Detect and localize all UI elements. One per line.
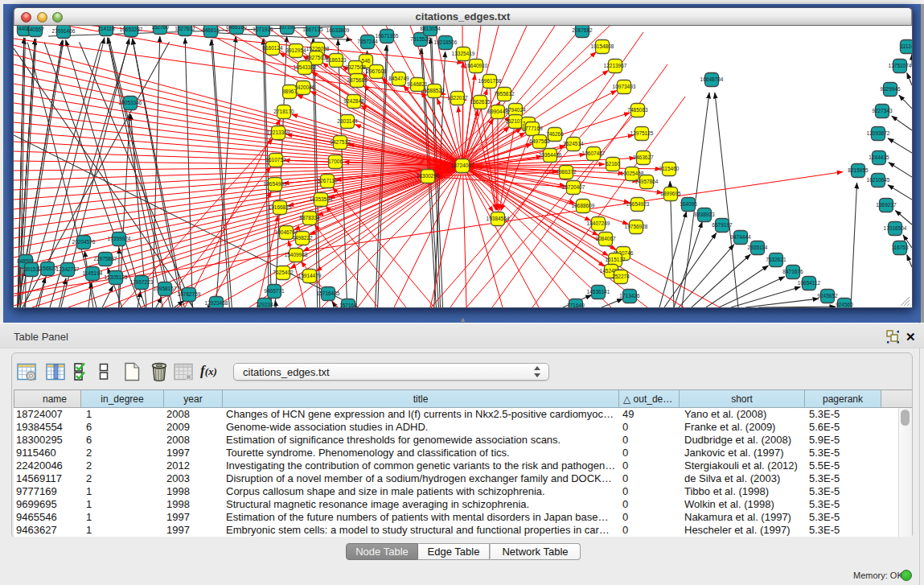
- svg-text:440557: 440557: [27, 27, 44, 32]
- svg-text:17957223: 17957223: [130, 279, 154, 285]
- svg-text:8938923: 8938923: [694, 212, 715, 217]
- svg-text:13325419: 13325419: [452, 51, 475, 56]
- svg-text:18724007: 18724007: [451, 163, 474, 168]
- svg-text:107191: 107191: [278, 26, 296, 30]
- svg-text:17016504: 17016504: [884, 225, 907, 231]
- svg-text:19756928: 19756928: [625, 224, 648, 229]
- svg-text:10607487: 10607487: [582, 150, 606, 156]
- svg-text:1362615: 1362615: [470, 99, 491, 105]
- svg-text:6497568: 6497568: [529, 138, 550, 144]
- svg-text:19384554: 19384554: [487, 216, 510, 221]
- svg-text:98967: 98967: [282, 89, 297, 94]
- svg-text:8454749: 8454749: [388, 76, 409, 81]
- svg-text:10046764: 10046764: [275, 229, 298, 235]
- svg-text:8878334: 8878334: [299, 215, 320, 220]
- svg-text:20204576: 20204576: [72, 239, 96, 245]
- svg-text:8813054: 8813054: [420, 26, 441, 31]
- svg-text:1322017: 1322017: [447, 95, 468, 101]
- svg-text:10543382: 10543382: [294, 64, 317, 70]
- svg-text:7625402: 7625402: [273, 270, 294, 275]
- svg-text:16671355: 16671355: [376, 33, 399, 39]
- svg-text:15720407: 15720407: [562, 184, 585, 190]
- svg-text:3912954: 3912954: [285, 47, 306, 53]
- svg-text:9227343: 9227343: [872, 108, 893, 113]
- svg-text:16640910: 16640910: [465, 63, 488, 68]
- svg-text:19166825: 19166825: [269, 204, 292, 210]
- svg-text:10958157: 10958157: [154, 286, 177, 291]
- svg-text:12975125: 12975125: [630, 130, 654, 136]
- svg-text:15914479: 15914479: [298, 273, 322, 278]
- svg-text:6794024: 6794024: [505, 107, 526, 113]
- svg-text:2718170: 2718170: [273, 109, 294, 114]
- svg-text:22975887: 22975887: [94, 256, 117, 262]
- svg-text:12923468: 12923468: [205, 300, 228, 306]
- svg-text:214118: 214118: [97, 26, 115, 31]
- svg-text:6466160: 6466160: [226, 26, 247, 30]
- svg-text:8186323: 8186323: [326, 57, 347, 63]
- svg-text:10154808: 10154808: [591, 43, 614, 49]
- svg-text:12213967: 12213967: [604, 63, 627, 68]
- svg-text:10653287: 10653287: [120, 27, 143, 32]
- svg-text:15716485: 15716485: [317, 290, 340, 296]
- svg-text:9427512: 9427512: [330, 139, 351, 145]
- svg-text:11124: 11124: [900, 43, 912, 49]
- svg-text:16961758: 16961758: [478, 78, 502, 84]
- svg-text:8215955: 8215955: [848, 167, 869, 173]
- svg-text:9329946: 9329946: [880, 86, 901, 92]
- svg-text:62160: 62160: [606, 161, 620, 167]
- svg-text:1713426: 1713426: [619, 293, 640, 299]
- svg-text:1588520: 1588520: [424, 88, 445, 93]
- svg-text:646616: 646616: [202, 27, 220, 33]
- svg-text:16648784: 16648784: [700, 76, 724, 82]
- svg-text:14957864: 14957864: [635, 179, 659, 184]
- svg-text:7485063: 7485063: [627, 107, 648, 113]
- svg-text:7857244: 7857244: [357, 39, 378, 44]
- svg-text:14536141: 14536141: [587, 289, 610, 295]
- svg-text:9146821: 9146821: [407, 81, 428, 87]
- svg-text:16654923: 16654923: [626, 201, 650, 207]
- svg-text:4498222: 4498222: [292, 235, 313, 241]
- svg-text:3875685: 3875685: [347, 77, 368, 83]
- svg-text:18407249: 18407249: [587, 220, 610, 226]
- svg-text:2935114: 2935114: [748, 245, 768, 250]
- svg-text:9084067: 9084067: [595, 236, 616, 241]
- svg-text:252274: 252274: [612, 274, 630, 279]
- svg-text:1071915: 1071915: [253, 27, 273, 32]
- svg-text:116753: 116753: [891, 245, 909, 250]
- svg-text:1156827: 1156827: [38, 266, 58, 271]
- svg-text:20053346: 20053346: [119, 100, 142, 105]
- svg-text:2803144: 2803144: [337, 118, 358, 124]
- svg-text:19654983: 19654983: [264, 181, 287, 187]
- svg-text:9327508: 9327508: [345, 64, 366, 70]
- svg-text:27091406: 27091406: [52, 28, 76, 34]
- svg-text:7955812: 7955812: [494, 91, 515, 97]
- svg-text:16210645: 16210645: [867, 177, 890, 183]
- svg-text:746266: 746266: [546, 131, 564, 137]
- svg-text:924565: 924565: [836, 302, 853, 307]
- svg-text:1610752: 1610752: [265, 157, 286, 163]
- svg-text:16033809: 16033809: [326, 27, 350, 33]
- svg-text:12342737: 12342737: [56, 266, 80, 272]
- svg-text:13751074: 13751074: [889, 63, 912, 68]
- svg-text:1369237: 1369237: [876, 202, 897, 208]
- svg-text:6679197: 6679197: [712, 222, 733, 228]
- svg-text:9245652: 9245652: [817, 293, 838, 299]
- svg-text:152760: 152760: [151, 26, 169, 30]
- svg-text:164095: 164095: [680, 201, 697, 207]
- svg-text:16782759: 16782759: [178, 291, 201, 297]
- svg-text:10688609: 10688609: [572, 203, 595, 208]
- svg-text:546: 546: [362, 58, 371, 64]
- svg-text:2967608: 2967608: [366, 68, 387, 74]
- svg-text:16353594: 16353594: [310, 196, 333, 202]
- svg-text:18300295: 18300295: [417, 173, 440, 179]
- svg-text:15409948: 15409948: [285, 252, 308, 257]
- svg-text:17006: 17006: [328, 159, 343, 164]
- svg-text:20364436: 20364436: [539, 152, 562, 158]
- svg-text:9777169: 9777169: [522, 126, 543, 131]
- svg-text:771649: 771649: [567, 303, 585, 307]
- svg-text:3267110: 3267110: [318, 178, 338, 183]
- svg-text:157164: 157164: [339, 303, 357, 307]
- svg-text:129234: 129234: [256, 302, 273, 307]
- svg-text:10025458: 10025458: [621, 171, 644, 176]
- svg-text:9242848: 9242848: [343, 98, 364, 104]
